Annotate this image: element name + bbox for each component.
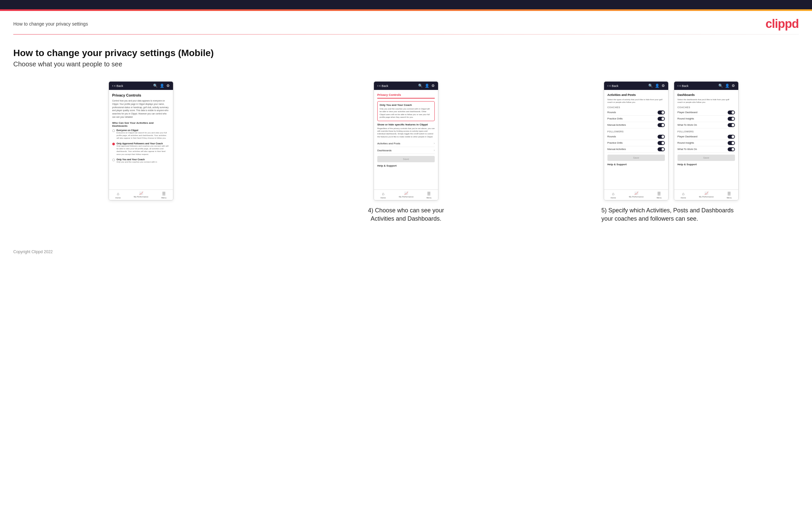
help-support-3: Help & Support: [607, 163, 665, 166]
bottom-nav-home-3[interactable]: ⌂ Home: [610, 191, 616, 199]
toggle-followers-round-insights[interactable]: Round Insights: [677, 140, 735, 146]
back-button-3[interactable]: ‹ < Back: [607, 84, 618, 88]
toggle-manual-coaches-3[interactable]: [658, 123, 665, 127]
toggle-coaches-round-insights[interactable]: Round Insights: [677, 116, 735, 122]
search-icon-2[interactable]: 🔍: [418, 83, 423, 88]
mobile-navbar-3: ‹ < Back 🔍 👤 ⚙: [604, 81, 668, 90]
menu-icon-3: ☰: [657, 191, 661, 196]
toggle-followers-manual-3[interactable]: Manual Activities: [607, 146, 665, 153]
toggle-player-dash-coaches[interactable]: [728, 111, 735, 114]
toggle-label-manual-coaches-3: Manual Activities: [607, 123, 626, 126]
save-button-3[interactable]: Save: [607, 155, 665, 161]
bottom-nav-1: ⌂ Home 📈 My Performance ☰ Menu: [109, 189, 173, 200]
people-icon-2[interactable]: 👤: [425, 83, 429, 88]
bottom-nav-perf-3[interactable]: 📈 My Performance: [629, 191, 644, 199]
toggle-followers-rounds-3[interactable]: Rounds: [607, 134, 665, 140]
mobile-navbar-2: ‹ < Back 🔍 👤 ⚙: [374, 81, 438, 90]
bottom-nav-menu-1[interactable]: ☰ Menu: [161, 191, 166, 199]
mobile-navbar-1: ‹ < Back 🔍 👤 ⚙: [109, 81, 173, 90]
privacy-tab[interactable]: Privacy Controls: [377, 93, 401, 97]
toggle-player-dash-followers[interactable]: [728, 135, 735, 139]
toggle-manual-followers-3[interactable]: [658, 147, 665, 151]
caption-5: 5) Specify which Activities, Posts and D…: [601, 206, 741, 223]
screen4-followers-label: FOLLOWERS: [677, 130, 735, 133]
bottom-nav-menu-2[interactable]: ☰ Menu: [426, 191, 432, 199]
screen3-section-title: Activities and Posts: [607, 93, 665, 97]
home-icon-2: ⌂: [382, 191, 384, 196]
option-everyone[interactable]: Everyone on Clippd Everyone on Clippd ca…: [112, 129, 170, 140]
bottom-nav-home-1[interactable]: ⌂ Home: [115, 191, 120, 199]
bottom-nav-perf-1[interactable]: 📈 My Performance: [134, 191, 148, 199]
menu-label-2: Menu: [426, 197, 432, 199]
dashboards-menu-row[interactable]: Dashboards ›: [377, 147, 435, 154]
screen3-content: Activities and Posts Select the types of…: [604, 90, 668, 189]
page-main-title: How to change your privacy settings (Mob…: [13, 48, 799, 58]
bottom-nav-menu-3[interactable]: ☰ Menu: [657, 191, 662, 199]
toggle-rounds-followers-3[interactable]: [658, 135, 665, 139]
help-support-2: Help & Support: [377, 164, 435, 167]
mobile-screen-2: ‹ < Back 🔍 👤 ⚙ Privacy Controls Only You…: [373, 81, 439, 201]
back-button-1[interactable]: ‹ < Back: [112, 84, 123, 88]
show-hide-text: Regardless of the privacy controls that …: [377, 127, 435, 138]
top-bar: [0, 0, 812, 9]
save-button-4[interactable]: Save: [677, 155, 735, 161]
bottom-nav-perf-2[interactable]: 📈 My Performance: [399, 191, 413, 199]
bottom-nav-perf-4[interactable]: 📈 My Performance: [699, 191, 714, 199]
option-approved[interactable]: Only Approved Followers and Your Coach O…: [112, 143, 170, 156]
highlight-box-text: Only you and the coaches you connect wit…: [379, 108, 433, 119]
option-everyone-text: Everyone on Clippd Everyone on Clippd ca…: [116, 129, 170, 140]
save-button-2[interactable]: Save: [377, 156, 435, 162]
bottom-nav-home-2[interactable]: ⌂ Home: [380, 191, 386, 199]
settings-icon-2[interactable]: ⚙: [432, 83, 435, 88]
settings-icon[interactable]: ⚙: [166, 83, 170, 88]
settings-icon-3[interactable]: ⚙: [662, 83, 665, 88]
bottom-nav-home-4[interactable]: ⌂ Home: [680, 191, 686, 199]
search-icon[interactable]: 🔍: [153, 83, 158, 88]
toggle-coaches-player-dash[interactable]: Player Dashboard: [677, 110, 735, 116]
menu-icon-1: ☰: [162, 191, 166, 196]
toggle-coaches-manual-3[interactable]: Manual Activities: [607, 122, 665, 128]
option-coach-only[interactable]: Only You and Your Coach Only you and the…: [112, 158, 170, 163]
mobile-navbar-4: ‹ < Back 🔍 👤 ⚙: [674, 81, 738, 90]
radio-approved[interactable]: [112, 143, 115, 145]
toggle-what-to-work-followers[interactable]: [728, 147, 735, 151]
search-icon-4[interactable]: 🔍: [718, 83, 723, 88]
toggle-what-to-work-coaches[interactable]: [728, 123, 735, 127]
search-icon-3[interactable]: 🔍: [648, 83, 653, 88]
screen1-sub-title: Who Can See Your Activities and Dashboar…: [112, 121, 170, 127]
menu-icon-4: ☰: [727, 191, 731, 196]
back-button-2[interactable]: ‹ < Back: [377, 84, 388, 88]
toggle-round-insights-coaches[interactable]: [728, 117, 735, 121]
toggle-followers-what-to-work[interactable]: What To Work On: [677, 146, 735, 153]
perf-icon-4: 📈: [704, 191, 708, 195]
dashboards-chevron-icon: ›: [434, 149, 435, 152]
toggle-followers-player-dash[interactable]: Player Dashboard: [677, 134, 735, 140]
toggle-drills-coaches-3[interactable]: [658, 117, 665, 121]
screenshots-grid: ‹ < Back 🔍 👤 ⚙ Privacy Controls Control …: [13, 81, 799, 223]
toggle-drills-followers-3[interactable]: [658, 141, 665, 145]
footer: Copyright Clippd 2022: [0, 243, 812, 261]
toggle-followers-drills-3[interactable]: Practice Drills: [607, 140, 665, 146]
people-icon[interactable]: 👤: [160, 83, 164, 88]
option-approved-label: Only Approved Followers and Your Coach: [116, 143, 170, 145]
option-approved-text: Only Approved Followers and Your Coach O…: [116, 143, 170, 156]
toggle-coaches-rounds-3[interactable]: Rounds: [607, 110, 665, 116]
radio-coach-only[interactable]: [112, 159, 115, 161]
home-label-2: Home: [380, 197, 386, 199]
screen4-body-text: Select the dashboards that you'd like to…: [677, 98, 735, 104]
people-icon-3[interactable]: 👤: [655, 83, 660, 88]
settings-icon-4[interactable]: ⚙: [731, 83, 735, 88]
back-button-4[interactable]: ‹ < Back: [677, 84, 689, 88]
toggle-label-round-insights-coaches: Round Insights: [677, 117, 694, 120]
bottom-nav-3: ⌂ Home 📈 My Performance ☰ Menu: [604, 189, 668, 200]
screen3-followers-label: FOLLOWERS: [607, 130, 665, 133]
toggle-coaches-what-to-work[interactable]: What To Work On: [677, 122, 735, 128]
toggle-rounds-coaches-3[interactable]: [658, 111, 665, 114]
perf-icon-1: 📈: [139, 191, 143, 195]
people-icon-4[interactable]: 👤: [725, 83, 730, 88]
bottom-nav-menu-4[interactable]: ☰ Menu: [727, 191, 731, 199]
toggle-round-insights-followers[interactable]: [728, 141, 735, 145]
radio-everyone[interactable]: [112, 129, 115, 132]
activities-menu-row[interactable]: Activities and Posts ›: [377, 140, 435, 147]
toggle-coaches-drills-3[interactable]: Practice Drills: [607, 116, 665, 122]
